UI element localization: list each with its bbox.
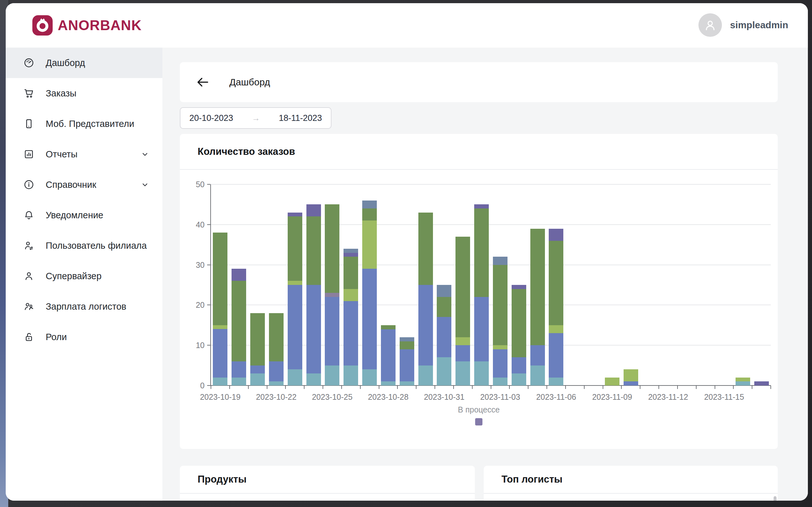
sidebar-item-branch-user[interactable]: Пользователь филиала [6, 230, 163, 261]
bar-segment-teal[interactable] [455, 361, 470, 386]
bar-segment-blue[interactable] [343, 301, 358, 365]
bar-segment-lime[interactable] [288, 281, 302, 285]
bar-segment-mauve[interactable] [325, 293, 339, 297]
sidebar-item-supervisor[interactable]: Супервайзер [6, 261, 163, 291]
bar-segment-blue[interactable] [325, 297, 339, 365]
bar-segment-blue[interactable] [232, 361, 246, 378]
user-menu[interactable]: simpleadmin [698, 13, 788, 37]
bar-segment-olive[interactable] [493, 265, 507, 345]
bar-segment-purple[interactable] [474, 204, 489, 209]
bar-segment-purple[interactable] [288, 213, 302, 217]
legend-swatch[interactable] [475, 418, 483, 426]
bar-segment-olive[interactable] [288, 216, 302, 281]
bar-segment-steel[interactable] [362, 201, 377, 209]
bar-segment-steel[interactable] [493, 257, 507, 265]
bar-segment-olive[interactable] [250, 313, 265, 365]
bar-segment-blue[interactable] [250, 365, 265, 374]
bar-segment-teal[interactable] [418, 365, 433, 386]
bar-segment-blue[interactable] [624, 381, 638, 386]
bar-segment-purple[interactable] [232, 269, 246, 281]
bar-segment-blue[interactable] [474, 297, 489, 361]
bar-segment-teal[interactable] [343, 365, 358, 386]
bar-segment-olive[interactable] [437, 297, 451, 317]
bar-segment-olive[interactable] [474, 209, 489, 297]
brand-logo[interactable]: ANORBANK [33, 15, 142, 36]
bar-segment-olive[interactable] [343, 257, 358, 289]
bar-segment-lime[interactable] [493, 345, 507, 349]
bar-segment-blue[interactable] [288, 285, 302, 369]
sidebar-item-notifications[interactable]: Уведомление [6, 200, 163, 230]
bar-segment-teal[interactable] [269, 381, 284, 386]
bar-segment-steel[interactable] [343, 249, 358, 253]
bar-segment-teal[interactable] [325, 365, 339, 386]
bar-segment-olive[interactable] [455, 237, 470, 337]
bar-segment-blue[interactable] [418, 285, 433, 365]
bar-segment-blue[interactable] [437, 317, 451, 357]
bar-segment-teal[interactable] [493, 378, 507, 386]
bar-segment-blue[interactable] [530, 345, 545, 365]
bar-segment-teal[interactable] [213, 378, 228, 386]
bar-segment-olive[interactable] [232, 281, 246, 361]
bar-segment-blue[interactable] [306, 285, 321, 374]
sidebar-item-orders[interactable]: Заказы [6, 78, 163, 109]
date-from[interactable]: 20-10-2023 [189, 113, 233, 123]
bar-segment-blue[interactable] [381, 329, 395, 382]
bar-segment-blue[interactable] [512, 357, 526, 374]
bar-segment-lime[interactable] [213, 325, 228, 329]
bar-segment-lime[interactable] [549, 325, 563, 333]
bar-segment-teal[interactable] [232, 378, 246, 386]
bar-segment-steel[interactable] [437, 285, 451, 297]
bar-segment-purple[interactable] [754, 381, 769, 386]
bar-segment-olive[interactable] [306, 216, 321, 285]
back-arrow-icon[interactable] [196, 75, 210, 89]
bar-segment-olive[interactable] [418, 213, 433, 285]
bar-segment-steel[interactable] [400, 337, 414, 341]
bar-segment-olive[interactable] [400, 341, 414, 349]
bar-segment-olive[interactable] [381, 325, 395, 329]
bar-segment-teal[interactable] [736, 381, 750, 386]
sidebar-item-roles[interactable]: Роли [6, 322, 163, 352]
bar-segment-lime[interactable] [362, 221, 377, 269]
bar-segment-purple[interactable] [343, 253, 358, 257]
bar-segment-purple[interactable] [306, 204, 321, 216]
sidebar-item-mobile-reps[interactable]: Моб. Представители [6, 109, 163, 139]
bar-segment-teal[interactable] [400, 381, 414, 386]
bar-segment-lime[interactable] [343, 289, 358, 301]
bar-segment-blue[interactable] [400, 349, 414, 381]
bar-segment-olive[interactable] [269, 313, 284, 361]
bar-segment-teal[interactable] [549, 378, 563, 386]
bar-segment-blue[interactable] [213, 329, 228, 377]
bar-segment-teal[interactable] [306, 374, 321, 386]
bar-segment-teal[interactable] [512, 374, 526, 386]
bar-segment-blue[interactable] [455, 345, 470, 361]
bar-segment-lime[interactable] [605, 378, 619, 386]
sidebar-item-dashboard[interactable]: Дашборд [6, 48, 163, 78]
bar-segment-lime[interactable] [455, 337, 470, 345]
sidebar-item-logists-salary[interactable]: Зарплата логистов [6, 291, 163, 322]
bar-segment-teal[interactable] [474, 361, 489, 386]
bar-segment-blue[interactable] [269, 361, 284, 381]
bar-segment-olive[interactable] [325, 204, 339, 293]
bar-segment-lime[interactable] [736, 378, 750, 382]
bar-segment-teal[interactable] [288, 369, 302, 386]
bar-segment-olive[interactable] [362, 209, 377, 221]
bar-segment-blue[interactable] [493, 349, 507, 378]
sidebar-item-directory[interactable]: Справочник [6, 169, 163, 200]
bar-segment-olive[interactable] [213, 233, 228, 325]
bar-segment-teal[interactable] [530, 365, 545, 386]
scrollbar-thumb[interactable] [773, 496, 776, 501]
date-range-picker[interactable]: 20-10-2023 → 18-11-2023 [180, 107, 331, 129]
bar-segment-olive[interactable] [512, 289, 526, 357]
bar-segment-teal[interactable] [381, 381, 395, 386]
date-to[interactable]: 18-11-2023 [279, 113, 322, 123]
bar-segment-olive[interactable] [549, 241, 563, 325]
bar-segment-teal[interactable] [362, 369, 377, 386]
bar-segment-lime[interactable] [624, 369, 638, 381]
bar-segment-teal[interactable] [437, 357, 451, 386]
bar-segment-teal[interactable] [250, 374, 265, 386]
bar-segment-olive[interactable] [530, 229, 545, 345]
bar-segment-blue[interactable] [549, 333, 563, 377]
bar-segment-purple[interactable] [549, 229, 563, 241]
sidebar-item-reports[interactable]: Отчеты [6, 139, 163, 169]
bar-segment-blue[interactable] [362, 269, 377, 369]
